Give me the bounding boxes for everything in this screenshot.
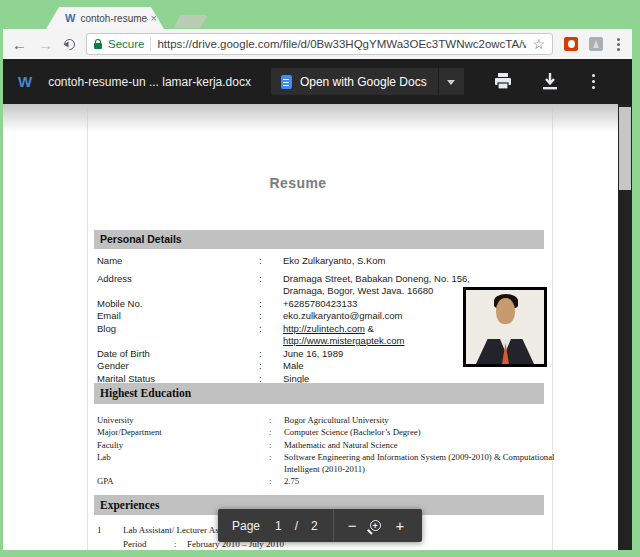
viewer-content: Resume Personal Details Name : Eko Zulka… xyxy=(3,104,632,550)
pager-divider xyxy=(333,509,334,542)
row-label: Email xyxy=(97,310,259,323)
row-major: Major/Department : Computer Science (Bac… xyxy=(97,426,564,438)
print-button[interactable] xyxy=(494,73,512,90)
chevron-down-icon xyxy=(447,80,455,89)
url-text: https://drive.google.com/file/d/0Bw33HQg… xyxy=(157,38,526,50)
row-label: University xyxy=(97,414,269,426)
row-colon: : xyxy=(259,255,283,268)
zoom-out-button[interactable]: − xyxy=(348,517,357,534)
bookmark-star-icon[interactable]: ☆ xyxy=(532,37,545,51)
forward-icon: → xyxy=(38,37,53,52)
tab-close-icon[interactable]: × xyxy=(150,13,156,23)
current-page-field[interactable]: 1 xyxy=(275,519,282,533)
back-icon[interactable]: ← xyxy=(12,37,27,52)
page-separator: / xyxy=(295,519,298,533)
row-label: Lab xyxy=(97,451,269,476)
row-colon: : xyxy=(269,426,284,438)
browser-tab[interactable]: W contoh-resume-untuk-m × xyxy=(46,7,164,29)
row-label: Name xyxy=(97,255,259,268)
browser-toolbar: ← → Secure https://drive.google.com/file… xyxy=(3,29,632,59)
row-colon: : xyxy=(174,538,187,551)
blog-link-1[interactable]: http://zulintech.com xyxy=(283,323,365,334)
row-university: University : Bogor Agricultural Universi… xyxy=(97,414,564,426)
omnibox-divider xyxy=(150,37,151,51)
page-toolbar: Page 1 / 2 − + xyxy=(218,509,422,542)
open-with-google-docs-button[interactable]: Open with Google Docs xyxy=(271,68,464,95)
blog-joiner: & xyxy=(365,323,374,334)
row-value: Computer Science (Bachelor’s Degree) xyxy=(284,426,564,438)
word-file-favicon-icon: W xyxy=(65,12,75,24)
row-name: Name : Eko Zulkaryanto, S.Kom xyxy=(97,255,546,268)
page-label: Page xyxy=(232,519,260,533)
header-shadow xyxy=(3,104,618,132)
more-actions-icon[interactable] xyxy=(588,74,600,90)
secure-badge[interactable]: Secure xyxy=(108,38,144,50)
row-colon: : xyxy=(269,475,284,487)
row-value: 2.75 xyxy=(284,475,564,487)
row-colon: : xyxy=(259,360,283,373)
row-label: Blog xyxy=(97,323,259,348)
row-label: GPA xyxy=(97,475,269,487)
tab-title: contoh-resume-untuk-m xyxy=(80,13,148,24)
print-icon xyxy=(494,73,512,90)
row-value: Eko Zulkaryanto, S.Kom xyxy=(283,255,546,268)
row-label: Address xyxy=(97,273,259,298)
new-tab-button[interactable] xyxy=(174,15,208,28)
scrollbar-track[interactable] xyxy=(618,104,632,550)
row-label: Mobile No. xyxy=(97,298,259,311)
office-extension-icon[interactable] xyxy=(564,37,578,51)
zoom-in-button[interactable]: + xyxy=(396,517,405,534)
padlock-icon xyxy=(94,43,102,49)
word-doc-icon: W xyxy=(18,73,32,90)
row-colon: : xyxy=(269,439,284,451)
row-value: Bogor Agricultural University xyxy=(284,414,564,426)
blog-link-2[interactable]: http://www.mistergaptek.com xyxy=(283,335,404,346)
row-colon: : xyxy=(259,310,283,323)
education-rows: University : Bogor Agricultural Universi… xyxy=(97,414,564,488)
address-bar[interactable]: Secure https://drive.google.com/file/d/0… xyxy=(86,33,553,55)
open-with-dropdown[interactable] xyxy=(439,68,464,95)
row-colon: : xyxy=(259,348,283,361)
row-label: Date of Birth xyxy=(97,348,259,361)
row-label: Gender xyxy=(97,360,259,373)
zoom-reset-icon[interactable] xyxy=(370,520,381,531)
row-label: Major/Department xyxy=(97,426,269,438)
pdf-extension-icon[interactable] xyxy=(589,37,603,51)
section-header-personal-details: Personal Details xyxy=(94,230,544,249)
row-value: Software Engineering and Information Sys… xyxy=(284,451,564,476)
row-colon: : xyxy=(269,451,284,476)
row-lab: Lab : Software Engineering and Informati… xyxy=(97,451,564,476)
row-gpa: GPA : 2.75 xyxy=(97,475,564,487)
total-pages: 2 xyxy=(311,519,318,533)
scrollbar-thumb[interactable] xyxy=(619,107,631,190)
row-label: Period xyxy=(123,538,174,551)
browser-menu-icon[interactable] xyxy=(614,38,623,51)
download-button[interactable] xyxy=(542,73,558,90)
section-header-highest-education: Highest Education xyxy=(94,383,544,404)
row-label: Faculty xyxy=(97,439,269,451)
document-page: Resume Personal Details Name : Eko Zulka… xyxy=(87,104,553,550)
portrait-photo xyxy=(463,287,547,367)
row-colon: : xyxy=(259,298,283,311)
experience-number: 1 xyxy=(97,524,123,538)
tab-strip: W contoh-resume-untuk-m × xyxy=(0,0,640,29)
row-value: Mathematic and Natural Science xyxy=(284,439,564,451)
resume-title: Resume xyxy=(88,175,508,191)
reload-icon[interactable] xyxy=(62,36,78,52)
open-with-label: Open with Google Docs xyxy=(300,75,427,89)
row-colon: : xyxy=(269,414,284,426)
document-filename: contoh-resume-un ... lamar-kerja.docx xyxy=(48,75,251,89)
download-icon xyxy=(542,73,558,90)
row-colon: : xyxy=(259,273,283,298)
row-faculty: Faculty : Mathematic and Natural Science xyxy=(97,439,564,451)
row-colon: : xyxy=(259,323,283,348)
drive-viewer-header: W contoh-resume-un ... lamar-kerja.docx … xyxy=(3,59,632,104)
google-docs-icon xyxy=(281,75,292,89)
